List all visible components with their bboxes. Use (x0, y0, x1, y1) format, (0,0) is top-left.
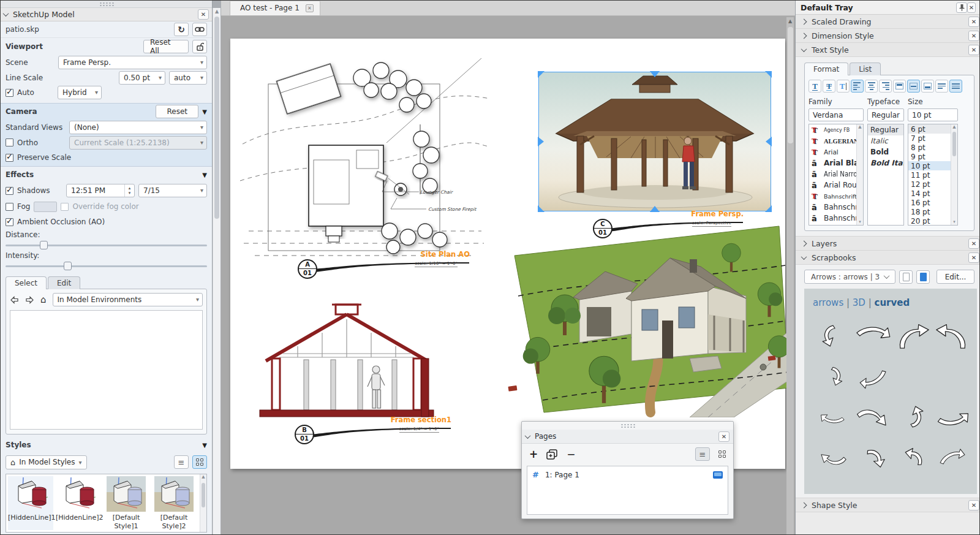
size-item[interactable]: 18 pt (908, 207, 951, 216)
add-page-button[interactable]: + (529, 449, 538, 460)
font-family-item[interactable]: āBahnschrif (809, 213, 856, 224)
strikethrough-button[interactable]: T (823, 80, 835, 93)
selection-handle[interactable] (765, 71, 772, 78)
scrapbook-arrow[interactable] (932, 395, 972, 438)
section-dimension-style[interactable]: Dimension Style ✕ (796, 29, 980, 43)
scrollbar-thumb[interactable] (214, 17, 219, 219)
typeface-item[interactable]: Bold Ita... (868, 157, 903, 169)
anchor-bottom-button[interactable] (921, 80, 934, 93)
section-collapse-icon[interactable]: ▼ (202, 442, 207, 449)
close-pages-button[interactable]: ✕ (718, 431, 729, 442)
selection-handle[interactable] (538, 205, 545, 212)
close-tab-icon[interactable]: ✕ (306, 4, 314, 12)
underline-button[interactable]: T (809, 80, 821, 93)
close-section-button[interactable]: ✕ (968, 17, 979, 27)
scrapbook-arrow[interactable] (892, 314, 932, 357)
pages-list-view-button[interactable]: ≡ (695, 447, 710, 461)
typeface-value-field[interactable]: Regular (867, 108, 904, 121)
family-list-scrollbar[interactable]: ▲▾ (856, 124, 863, 225)
scroll-up-icon[interactable]: ▲ (786, 18, 794, 24)
font-family-item[interactable]: āArial Black (809, 157, 856, 169)
paragraph-left-button[interactable] (935, 80, 948, 93)
section-text-style[interactable]: Text Style ✕ (796, 43, 980, 57)
size-item[interactable]: 9 pt (908, 152, 951, 161)
ao-distance-slider-thumb[interactable] (40, 241, 48, 249)
scrapbook-collection-dropdown[interactable]: Arrows : arrows | 3 (804, 270, 895, 284)
scrapbook-arrow[interactable] (932, 438, 972, 481)
shadows-checkbox[interactable]: ✓ (6, 187, 13, 195)
anchor-center-button[interactable] (907, 80, 920, 93)
line-scale-mode-dropdown[interactable]: auto▾ (169, 71, 207, 85)
size-item[interactable]: 14 pt (908, 189, 951, 198)
scrapbook-arrow[interactable] (892, 395, 932, 438)
scrapbook-link-3d[interactable]: 3D (853, 297, 865, 308)
style-item[interactable]: [HiddenLine]1 (8, 476, 53, 530)
shadow-date-dropdown[interactable]: 7/15▾ (138, 184, 207, 197)
tab-select[interactable]: Select (6, 276, 47, 289)
shadow-time-spinner[interactable]: 12:51 PM ▴▾ (66, 184, 135, 197)
typeface-item[interactable]: Regular (868, 124, 903, 135)
panel-drag-handle[interactable] (1, 1, 212, 8)
scrapbook-arrow[interactable] (813, 438, 853, 481)
sketchup-model-header[interactable]: SketchUp Model ✕ (1, 8, 212, 21)
scrapbook-preview[interactable]: arrows | 3D | curved (804, 289, 977, 494)
scrollbar-thumb[interactable] (788, 27, 793, 143)
forward-arrow-icon[interactable] (25, 296, 34, 304)
scrapbook-arrow[interactable] (813, 395, 853, 438)
relink-model-button[interactable] (192, 23, 207, 36)
paragraph-justify-button[interactable] (949, 80, 962, 93)
callout-site-plan[interactable]: A01 Site Plan AO scale: 1/16" = 1'-0" (298, 252, 472, 281)
scroll-down-icon[interactable]: ▾ (951, 219, 957, 224)
selection-handle[interactable] (538, 137, 544, 146)
tray-header[interactable]: Default Tray ✕ (796, 1, 980, 15)
pages-grid-view-button[interactable] (718, 450, 726, 458)
scrapbook-arrow[interactable] (932, 357, 972, 395)
preserve-scale-checkbox[interactable]: ✓ (6, 154, 13, 162)
typeface-item[interactable]: Italic (868, 135, 903, 146)
scrapbook-arrow[interactable] (853, 357, 892, 395)
scrapbook-arrow[interactable] (853, 314, 892, 357)
environments-dropdown[interactable]: In Model Environments▾ (53, 293, 203, 306)
font-family-item[interactable]: āArial Narro (809, 169, 856, 180)
scrapbook-arrow[interactable] (892, 357, 932, 395)
font-family-item[interactable]: TArial (809, 146, 856, 157)
size-list-scrollbar[interactable]: ▲▾ (951, 124, 957, 225)
typeface-item[interactable]: Bold (868, 146, 903, 157)
pages-drag-handle[interactable] (522, 422, 733, 430)
duplicate-page-button[interactable] (546, 449, 558, 460)
section-collapse-icon[interactable]: ▼ (202, 108, 207, 115)
scrapbook-arrow[interactable] (853, 395, 892, 438)
size-item[interactable]: 8 pt (908, 143, 951, 152)
styles-list-view-button[interactable]: ≡ (174, 455, 189, 469)
render-mode-dropdown[interactable]: Hybrid▾ (58, 86, 102, 99)
page-sheet[interactable]: Lounger Chair Custom Stone Firepit (230, 39, 785, 469)
canvas-vertical-scrollbar[interactable]: ▲ (786, 17, 794, 535)
size-item[interactable]: 6 pt (908, 124, 951, 134)
styles-source-dropdown[interactable]: ⌂ In Model Styles ▾ (6, 455, 87, 469)
close-tray-button[interactable]: ✕ (967, 2, 976, 13)
close-section-button[interactable]: ✕ (968, 31, 979, 41)
document-tab[interactable]: AO test - Page 1 ✕ (230, 1, 320, 15)
font-family-item[interactable]: TAgency FB (809, 124, 856, 135)
close-panel-button[interactable]: ✕ (198, 9, 209, 20)
ortho-checkbox[interactable] (6, 138, 13, 146)
section-layers[interactable]: Layers ✕ (796, 237, 980, 251)
selection-handle[interactable] (765, 205, 772, 212)
callout-frame-section[interactable]: B01 Frame section1 scale: 1/4" = 1'-0" (295, 417, 454, 447)
selection-handle[interactable] (538, 71, 545, 78)
open-scrapbook-button[interactable] (916, 270, 930, 284)
vertical-text-button[interactable]: T (837, 80, 850, 93)
left-panel-scrollbar[interactable]: ▲ (213, 8, 221, 534)
delete-page-button[interactable]: − (567, 449, 575, 460)
scroll-up-icon[interactable]: ▲ (858, 124, 861, 129)
ao-intensity-slider[interactable] (6, 262, 207, 270)
anchor-top-button[interactable] (893, 80, 906, 93)
close-section-button[interactable]: ✕ (968, 238, 979, 249)
section-shape-style[interactable]: Shape Style ✕ (796, 498, 980, 512)
scrapbook-link-arrows[interactable]: arrows (813, 297, 843, 308)
environments-listbox[interactable] (10, 310, 203, 430)
scrapbook-arrow[interactable] (813, 314, 853, 357)
style-item[interactable]: [HiddenLine]2 (56, 476, 101, 530)
tab-edit[interactable]: Edit (48, 276, 80, 289)
styles-grid-view-button[interactable] (192, 455, 207, 469)
